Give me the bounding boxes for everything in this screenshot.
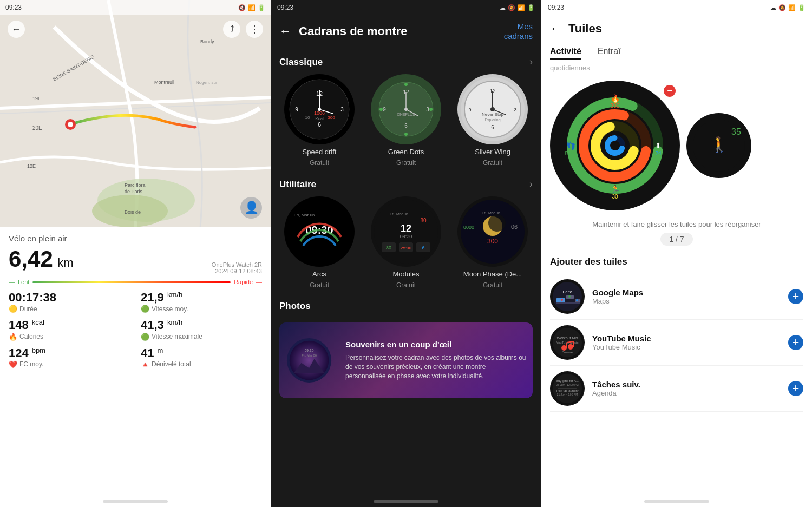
speed-fast-dash: — bbox=[256, 279, 262, 285]
mes-cadrans-btn[interactable]: Mes cadrans bbox=[504, 22, 533, 41]
add-google-maps-button[interactable]: + bbox=[788, 289, 803, 304]
youtube-music-info: YouTube Music YouTube Music bbox=[592, 334, 781, 351]
back-arrow-3[interactable]: ← bbox=[550, 22, 562, 36]
stat-elevation-value: 41 m bbox=[141, 346, 262, 360]
battery-icon: 🔋 bbox=[258, 4, 265, 11]
stat-duration-label: 🟡 Durée bbox=[9, 305, 130, 313]
svg-text:Pick up laundry: Pick up laundry bbox=[556, 389, 578, 392]
avg-speed-icon: 🟢 bbox=[141, 305, 149, 313]
stat-calories-label: 🔥 Calories bbox=[9, 333, 130, 341]
svg-text:Buy gifts for A...: Buy gifts for A... bbox=[556, 379, 579, 383]
svg-text:🏃: 🏃 bbox=[611, 185, 620, 194]
arcs-price: Gratuit bbox=[310, 281, 329, 289]
tab-activite[interactable]: Activité bbox=[550, 47, 581, 60]
photos-banner[interactable]: 09:30 Fri, Mar 06 Souvenirs en un coup d… bbox=[279, 322, 533, 398]
svg-point-77 bbox=[290, 341, 329, 380]
arcs-img: Fri, Mar 06 09:30 bbox=[284, 196, 355, 267]
svg-text:Nogent-sur-: Nogent-sur- bbox=[196, 80, 219, 85]
tasks-subtitle: Agenda bbox=[592, 389, 781, 397]
watch-face-modules[interactable]: Fri, Mar 06 12 09:30 80 25:00 6 80 Modul… bbox=[366, 196, 446, 289]
svg-text:Montreuil: Montreuil bbox=[154, 80, 174, 85]
svg-text:30: 30 bbox=[612, 194, 618, 200]
svg-text:Fri, Mar 06: Fri, Mar 06 bbox=[294, 213, 315, 218]
svg-text:8000: 8000 bbox=[565, 150, 577, 156]
add-youtube-music-button[interactable]: + bbox=[788, 335, 803, 350]
sub-label: quotidiennes bbox=[550, 64, 803, 72]
svg-text:3: 3 bbox=[340, 107, 344, 113]
watch-name: OnePlus Watch 2R bbox=[212, 261, 262, 268]
classique-arrow[interactable]: › bbox=[529, 56, 533, 68]
google-maps-thumb: Carte bbox=[550, 279, 585, 314]
tasks-name: Tâches suiv. bbox=[592, 380, 781, 389]
moon-img: Fri, Mar 06 300 06 8000 bbox=[457, 196, 528, 267]
svg-point-111 bbox=[561, 345, 567, 351]
map-top-right-icons: ⤴ ⋮ bbox=[223, 21, 263, 38]
svg-text:Kcal: Kcal bbox=[315, 116, 324, 121]
svg-text:1006: 1006 bbox=[314, 110, 325, 116]
section-utilitaire: Utilitaire › bbox=[279, 170, 533, 196]
tile-preview-secondary: 🚶 35 bbox=[686, 113, 751, 178]
watch-face-arcs[interactable]: Fri, Mar 06 09:30 Arcs Gratuit bbox=[279, 196, 359, 289]
back-button[interactable]: ← bbox=[8, 21, 25, 38]
watch-scroll[interactable]: Classique › 12 6 9 3 1006 bbox=[271, 48, 541, 496]
svg-text:300: 300 bbox=[328, 115, 335, 120]
bottom-bar-3 bbox=[644, 500, 709, 503]
watch-face-speed-drift[interactable]: 12 6 9 3 1006 Kcal 10 300 Speed drift Gr… bbox=[279, 74, 359, 167]
more-button[interactable]: ⋮ bbox=[246, 21, 263, 38]
svg-point-39 bbox=[404, 83, 408, 86]
svg-text:Carte: Carte bbox=[562, 290, 572, 294]
watch-face-green-dots[interactable]: 12 6 9 3 ONEPLUS Gre bbox=[366, 74, 446, 167]
mute-icon: 🔇 bbox=[238, 4, 246, 11]
watch-faces-header: ← Cadrans de montre Mes cadrans bbox=[271, 15, 541, 48]
svg-point-42 bbox=[379, 108, 383, 111]
green-dots-img: 12 6 9 3 ONEPLUS bbox=[371, 74, 441, 144]
bottom-bar-2 bbox=[374, 500, 438, 503]
tasks-thumb: Buy gifts for A... 25 July · 12:00 PM Pi… bbox=[550, 371, 585, 406]
photos-banner-title: Souvenirs en un coup d'œil bbox=[345, 340, 526, 349]
watch-faces-title: Cadrans de montre bbox=[299, 24, 408, 38]
svg-text:09:30: 09:30 bbox=[400, 234, 412, 239]
stat-duration: 00:17:38 🟡 Durée bbox=[9, 291, 130, 313]
stat-calories: 148 kcal 🔥 Calories bbox=[9, 318, 130, 340]
map-top-icons: ← ⤴ ⋮ bbox=[0, 16, 271, 42]
watch-info: OnePlus Watch 2R 2024-09-12 08:43 bbox=[212, 261, 262, 274]
stat-calories-value: 148 kcal bbox=[9, 318, 130, 332]
share-button[interactable]: ⤴ bbox=[223, 21, 240, 38]
svg-text:21 July · 3:00 PM: 21 July · 3:00 PM bbox=[557, 393, 578, 396]
back-arrow-2[interactable]: ← bbox=[279, 24, 291, 38]
list-item-tasks: Buy gifts for A... 25 July · 12:00 PM Pi… bbox=[550, 366, 803, 412]
header-left: ← Cadrans de montre bbox=[279, 24, 408, 38]
svg-text:80: 80 bbox=[420, 218, 427, 223]
tiles-content[interactable]: Activité Entraî quotidiennes − bbox=[541, 42, 812, 496]
svg-point-41 bbox=[404, 133, 408, 136]
svg-text:6: 6 bbox=[404, 123, 408, 129]
svg-text:12: 12 bbox=[401, 223, 411, 234]
utilitaire-arrow[interactable]: › bbox=[529, 179, 533, 190]
svg-text:06: 06 bbox=[511, 223, 518, 230]
svg-point-38 bbox=[404, 108, 408, 111]
stats-grid: 00:17:38 🟡 Durée 21,9 km/h 🟢 Vitesse moy… bbox=[9, 291, 262, 368]
watch-face-silver-wing[interactable]: 12 6 9 3 Never Stop Exploring Silver Win… bbox=[453, 74, 533, 167]
tab-entrainement[interactable]: Entraî bbox=[598, 47, 621, 60]
mute-icon-2: 🔕 bbox=[508, 4, 515, 11]
utilitaire-title: Utilitaire bbox=[279, 179, 316, 190]
svg-text:19E: 19E bbox=[32, 96, 41, 101]
svg-text:Parc floral: Parc floral bbox=[125, 182, 147, 188]
delete-badge[interactable]: − bbox=[664, 85, 676, 97]
add-tasks-button[interactable]: + bbox=[788, 381, 803, 396]
svg-text:6: 6 bbox=[422, 245, 424, 251]
svg-text:10: 10 bbox=[305, 115, 310, 120]
tiles-header: ← Tuiles bbox=[541, 15, 812, 42]
watch-face-moon[interactable]: Fri, Mar 06 300 06 8000 Moon Phase (De..… bbox=[453, 196, 533, 289]
cloud-icon-3: ☁ bbox=[770, 4, 776, 11]
tasks-info: Tâches suiv. Agenda bbox=[592, 380, 781, 397]
photos-text: Souvenirs en un coup d'œil Personnalisez… bbox=[339, 322, 533, 398]
silver-wing-img: 12 6 9 3 Never Stop Exploring bbox=[457, 74, 528, 144]
page-indicator-wrap: 1 / 7 bbox=[550, 233, 803, 250]
svg-text:80: 80 bbox=[386, 245, 391, 251]
speed-slow-text: Lent bbox=[18, 279, 29, 285]
stat-avg-speed-value: 21,9 km/h bbox=[141, 291, 262, 305]
speed-drift-name: Speed drift bbox=[303, 148, 337, 156]
youtube-music-subtitle: YouTube Music bbox=[592, 343, 781, 351]
svg-text:Fri, Mar 06: Fri, Mar 06 bbox=[302, 354, 317, 357]
